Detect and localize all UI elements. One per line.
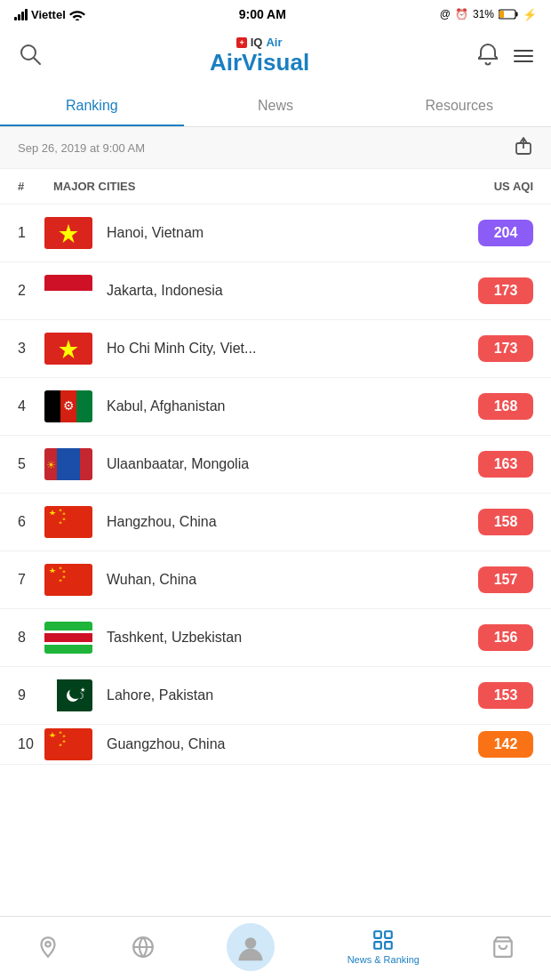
status-time: 9:00 AM — [239, 7, 286, 21]
carrier-label: Viettel — [31, 8, 66, 21]
subtitle-bar: Sep 26, 2019 at 9:00 AM — [0, 127, 551, 169]
svg-rect-57 — [385, 942, 392, 949]
svg-rect-18 — [57, 448, 80, 480]
tab-resources[interactable]: Resources — [367, 87, 551, 126]
location-status-icon: @ — [440, 8, 451, 20]
city-row[interactable]: 2 Jakarta, Indonesia 173 — [0, 262, 551, 320]
city-name: Ho Chi Minh City, Viet... — [107, 341, 478, 357]
nav-item-location[interactable] — [36, 936, 60, 959]
nav-item-profile[interactable] — [227, 923, 275, 971]
city-row[interactable]: 10 Guangzhou, China 142 — [0, 725, 551, 765]
city-row[interactable]: 1 Hanoi, Vietnam 204 — [0, 205, 551, 262]
city-name: Jakarta, Indonesia — [107, 283, 478, 299]
svg-rect-45 — [44, 728, 92, 760]
svg-rect-32 — [44, 622, 92, 631]
logo-main-text: AirVisual — [210, 49, 309, 76]
svg-point-3 — [21, 45, 36, 60]
table-header: # MAJOR CITIES US AQI — [0, 169, 551, 205]
wifi-icon — [69, 8, 85, 20]
header-aqi: US AQI — [462, 180, 533, 193]
logo-plus-icon: + — [236, 37, 246, 48]
aqi-badge: 158 — [478, 509, 533, 535]
status-right: @ ⏰ 31% ⚡ — [440, 8, 537, 21]
app-logo: + IQ Air AirVisual — [210, 36, 309, 76]
status-left: Viettel — [14, 8, 85, 21]
city-rank: 2 — [18, 283, 44, 299]
city-rank: 10 — [18, 736, 44, 752]
header-rank: # — [18, 180, 44, 193]
city-rank: 1 — [18, 225, 44, 241]
notification-icon[interactable] — [476, 43, 499, 69]
city-name: Kabul, Afghanistan — [107, 398, 478, 414]
svg-point-51 — [45, 942, 50, 946]
svg-rect-56 — [375, 942, 382, 949]
status-bar: Viettel 9:00 AM @ ⏰ 31% ⚡ — [0, 0, 551, 28]
aqi-badge: 173 — [478, 277, 533, 304]
aqi-badge: 157 — [478, 566, 533, 593]
svg-rect-1 — [499, 11, 504, 18]
city-rank: 7 — [18, 572, 44, 588]
city-name: Wuhan, China — [107, 572, 478, 588]
city-name: Hanoi, Vietnam — [107, 225, 478, 241]
aqi-badge: 153 — [478, 682, 533, 709]
aqi-badge: 168 — [478, 393, 533, 420]
city-name: Hangzhou, China — [107, 514, 478, 530]
signal-icon — [14, 9, 28, 20]
nav-tabs: Ranking News Resources — [0, 87, 551, 127]
svg-text:★: ★ — [80, 687, 85, 693]
svg-rect-36 — [44, 645, 92, 654]
city-flag — [44, 506, 92, 538]
svg-rect-37 — [44, 679, 57, 711]
nav-item-ranking[interactable]: News & Ranking — [347, 928, 419, 965]
city-row[interactable]: 4 ⚙ Kabul, Afghanistan 168 — [0, 378, 551, 436]
svg-rect-54 — [375, 931, 382, 938]
header-cities: MAJOR CITIES — [44, 180, 462, 193]
city-name: Ulaanbaatar, Mongolia — [107, 456, 478, 472]
city-flag: ⚙ — [44, 390, 92, 422]
share-icon[interactable] — [514, 136, 533, 159]
bottom-nav: News & Ranking — [0, 916, 551, 980]
battery-icon — [499, 9, 518, 20]
subtitle-date: Sep 26, 2019 at 9:00 AM — [18, 141, 145, 155]
city-flag — [44, 564, 92, 596]
charging-icon: ⚡ — [523, 8, 537, 21]
battery-label: 31% — [473, 8, 494, 20]
tab-news[interactable]: News — [184, 87, 368, 126]
tab-ranking[interactable]: Ranking — [0, 87, 184, 126]
svg-line-4 — [35, 59, 41, 65]
city-rank: 9 — [18, 687, 44, 703]
city-name: Guangzhou, China — [107, 736, 478, 752]
city-flag: ☀ — [44, 448, 92, 480]
city-row[interactable]: 9 ☽ ★ Lahore, Pakistan 153 — [0, 667, 551, 725]
city-name: Lahore, Pakistan — [107, 687, 478, 703]
city-flag — [44, 275, 92, 307]
search-icon[interactable] — [18, 42, 43, 70]
svg-rect-15 — [76, 390, 92, 422]
city-flag — [44, 728, 92, 760]
city-row[interactable]: 5 ☀ Ulaanbaatar, Mongolia 163 — [0, 436, 551, 494]
city-flag — [44, 217, 92, 249]
svg-rect-9 — [44, 275, 92, 291]
city-rank: 8 — [18, 630, 44, 646]
city-rank: 3 — [18, 341, 44, 357]
city-row[interactable]: 6 Hangzhou, China 158 — [0, 494, 551, 551]
city-list: 1 Hanoi, Vietnam 204 2 Jakarta, Indonesi… — [0, 205, 551, 765]
svg-rect-26 — [44, 564, 92, 596]
svg-rect-55 — [385, 931, 392, 938]
svg-rect-2 — [515, 12, 517, 17]
city-row[interactable]: 3 Ho Chi Minh City, Viet... 173 — [0, 320, 551, 378]
city-row[interactable]: 7 Wuhan, China 157 — [0, 551, 551, 609]
menu-icon[interactable] — [514, 50, 533, 62]
aqi-badge: 173 — [478, 335, 533, 362]
nav-item-cart[interactable] — [491, 936, 515, 959]
city-flag — [44, 333, 92, 365]
svg-point-53 — [245, 937, 257, 949]
city-flag — [44, 622, 92, 654]
svg-rect-34 — [44, 633, 92, 642]
aqi-badge: 142 — [478, 731, 533, 758]
city-row[interactable]: 8 Tashkent, Uzbekistan 156 — [0, 609, 551, 667]
aqi-badge: 163 — [478, 451, 533, 478]
nav-item-globe[interactable] — [132, 936, 155, 959]
city-rank: 4 — [18, 398, 44, 414]
svg-rect-10 — [44, 291, 92, 307]
